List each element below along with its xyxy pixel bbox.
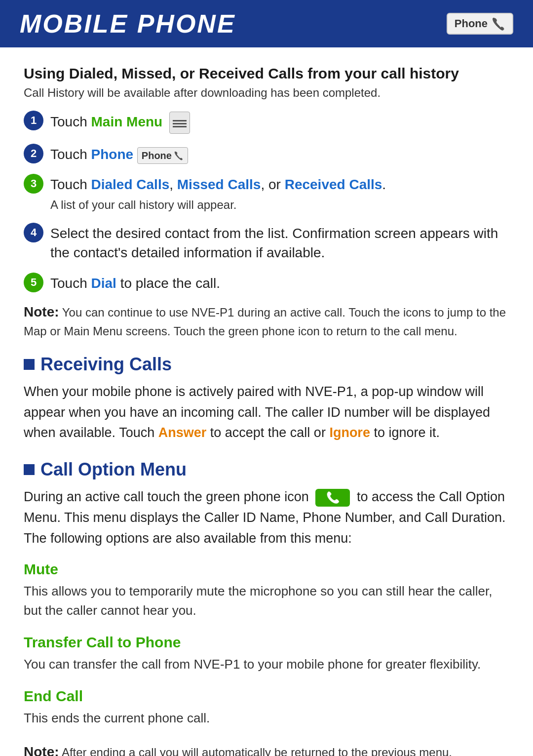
green-phone-icon — [315, 489, 350, 507]
dialed-section-desc: Call History will be available after dow… — [24, 86, 509, 100]
subsection-end-call: End Call This ends the current phone cal… — [24, 688, 509, 728]
transfer-body: You can transfer the call from NVE-P1 to… — [24, 655, 509, 674]
end-call-title: End Call — [24, 688, 509, 705]
step-2: 2 Touch Phone Phone — [24, 143, 509, 164]
phone-icon-inline — [174, 151, 184, 160]
header-banner: MOBILE PHONE Phone — [0, 0, 533, 47]
step-4-number: 4 — [24, 223, 43, 242]
step-3-sub: A list of your call history will appear. — [50, 197, 386, 213]
mute-title: Mute — [24, 561, 509, 578]
section-receiving: Receiving Calls When your mobile phone i… — [24, 354, 509, 444]
step-3-text: Touch Dialed Calls, Missed Calls, or Rec… — [50, 173, 386, 213]
missed-calls-link[interactable]: Missed Calls — [177, 177, 261, 192]
call-option-note: Note: After ending a call you will autom… — [24, 742, 509, 756]
step-5-text: Touch Dial to place the call. — [50, 272, 220, 293]
phone-icon — [492, 17, 505, 31]
dialed-section-heading: Using Dialed, Missed, or Received Calls … — [24, 65, 509, 82]
step-1-text: Touch Main Menu — [50, 110, 190, 134]
subsection-mute: Mute This allows you to temporarily mute… — [24, 561, 509, 620]
step-1-number: 1 — [24, 111, 43, 130]
step-3-number: 3 — [24, 174, 43, 194]
subsection-transfer: Transfer Call to Phone You can transfer … — [24, 634, 509, 674]
ignore-text: Ignore — [329, 425, 370, 440]
phone-badge-label: Phone — [455, 17, 488, 30]
step-4-text: Select the desired contact from the list… — [50, 222, 509, 262]
answer-text: Answer — [158, 425, 207, 440]
receiving-title-row: Receiving Calls — [24, 354, 509, 375]
step-1: 1 Touch Main Menu — [24, 110, 509, 134]
note-label: Note: — [24, 304, 59, 319]
call-option-title: Call Option Menu — [40, 459, 187, 480]
section-dialed: Using Dialed, Missed, or Received Calls … — [24, 65, 509, 340]
received-calls-link[interactable]: Received Calls — [285, 177, 382, 192]
transfer-title: Transfer Call to Phone — [24, 634, 509, 651]
main-content: Using Dialed, Missed, or Received Calls … — [0, 47, 533, 756]
receiving-title: Receiving Calls — [40, 354, 172, 375]
phone-badge: Phone — [447, 13, 513, 35]
call-option-body: During an active call touch the green ph… — [24, 487, 509, 549]
note-text: You can continue to use NVE-P1 during an… — [24, 306, 506, 338]
step-2-text: Touch Phone Phone — [50, 143, 188, 164]
end-call-body: This ends the current phone call. — [24, 709, 509, 728]
section-call-option: Call Option Menu During an active call t… — [24, 459, 509, 756]
receiving-bullet — [24, 359, 35, 370]
step-5-number: 5 — [24, 273, 43, 292]
step-3: 3 Touch Dialed Calls, Missed Calls, or R… — [24, 173, 509, 213]
step-5: 5 Touch Dial to place the call. — [24, 272, 509, 293]
call-option-note-label: Note: — [24, 744, 59, 756]
mute-body: This allows you to temporarily mute the … — [24, 582, 509, 620]
call-option-bullet — [24, 464, 35, 475]
receiving-body: When your mobile phone is actively paire… — [24, 382, 509, 444]
main-menu-link[interactable]: Main Menu — [91, 114, 163, 129]
phone-badge-inline: Phone — [137, 147, 188, 164]
dial-link[interactable]: Dial — [91, 276, 116, 291]
call-option-title-row: Call Option Menu — [24, 459, 509, 480]
step-2-number: 2 — [24, 144, 43, 163]
page-title: MOBILE PHONE — [20, 9, 236, 39]
dialed-note: Note: You can continue to use NVE-P1 dur… — [24, 302, 509, 340]
phone-link[interactable]: Phone — [91, 147, 134, 162]
step-4: 4 Select the desired contact from the li… — [24, 222, 509, 262]
call-option-note-text: After ending a call you will automatical… — [62, 746, 452, 756]
dialed-calls-link[interactable]: Dialed Calls — [91, 177, 170, 192]
